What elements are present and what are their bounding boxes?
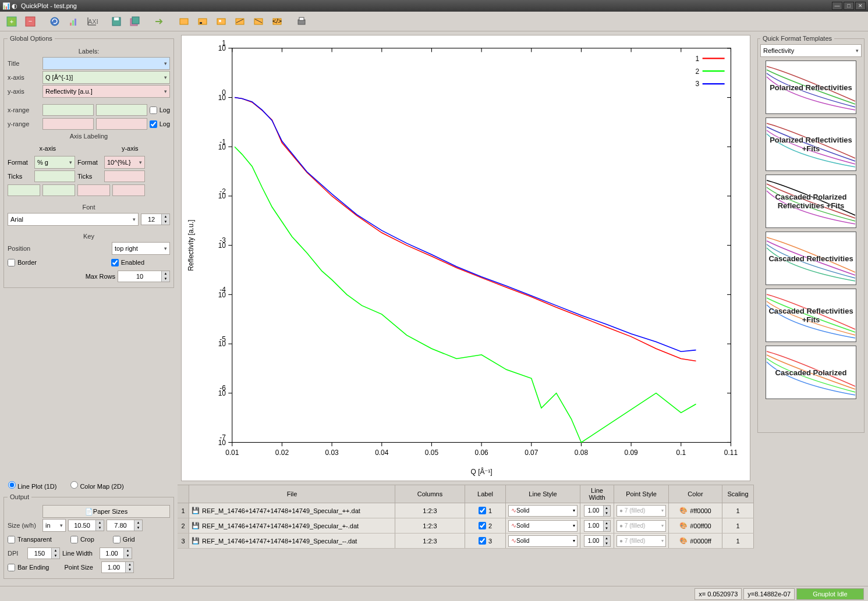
fontsize-spinner[interactable]: ▲▼ [141, 214, 170, 225]
toolbar-save-icon[interactable] [108, 13, 125, 30]
scaling-cell[interactable]: 1 [722, 503, 754, 518]
grid-checkbox[interactable] [113, 536, 121, 543]
svg-text:2: 2 [696, 67, 700, 76]
template-cascaded-polarized[interactable]: Cascaded Polarized [766, 346, 856, 399]
plot-area[interactable]: 0.010.020.030.040.050.060.070.080.090.10… [181, 35, 750, 481]
line-style-combo[interactable]: ∿ Solid [508, 520, 578, 532]
template-category-combo[interactable]: Reflectivity [760, 44, 862, 57]
format-x-combo[interactable]: % g [34, 156, 75, 169]
columns-cell[interactable]: 1:2:3 [395, 503, 465, 518]
line-width-spinner[interactable]: ▲▼ [584, 505, 611, 517]
toolbar-add-icon[interactable]: + [3, 13, 20, 30]
pointsize-label: Point Size [64, 564, 99, 571]
global-options-group: Global Options Labels: Title x-axis Q [Å… [3, 35, 174, 288]
template-cascaded-reflectivities-fits[interactable]: Cascaded Reflectivities +Fits [766, 289, 856, 342]
point-style-combo[interactable]: ● 7 (filled) [617, 505, 666, 517]
xaxis-combo[interactable]: Q [Å^{-1}] [42, 71, 170, 84]
point-style-combo[interactable]: ● 7 (filled) [617, 535, 666, 547]
title-label: Title [8, 60, 40, 67]
table-row[interactable]: 1 💾 REF_M_14746+14747+14748+14749_Specul… [178, 503, 754, 518]
toolbar-print-icon[interactable] [293, 13, 310, 30]
template-cascaded-polarized-reflectivities-fits[interactable]: Cascaded Polarized Reflectivities +Fits [766, 175, 856, 228]
table-row[interactable]: 2 💾 REF_M_14746+14747+14748+14749_Specul… [178, 518, 754, 534]
toolbar-saveall-icon[interactable] [127, 13, 143, 30]
ticks-x-input[interactable] [34, 170, 75, 182]
template-polarized-reflectivities[interactable]: Polarized Reflectivities [766, 61, 856, 114]
minimize-button[interactable]: — [832, 2, 842, 10]
yrange-max-input[interactable] [96, 118, 147, 130]
xtick-extra2[interactable] [42, 184, 75, 196]
toolbar-image1-icon[interactable] [176, 13, 192, 30]
quick-format-templates-group: Quick Format Templates Reflectivity Pola… [757, 35, 865, 433]
pointsize-spinner[interactable]: ▲▼ [101, 561, 134, 573]
label-checkbox[interactable] [479, 522, 486, 529]
data-table-header: File Columns Label Line Style Line Width… [178, 485, 754, 503]
yaxis-combo[interactable]: Reflectivity [a.u.] [42, 85, 170, 98]
svg-text:-7: -7 [219, 433, 226, 442]
template-polarized-reflectivities-fits[interactable]: Polarized Reflectivities +Fits [766, 118, 856, 171]
label-checkbox[interactable] [479, 507, 486, 514]
toolbar-image3-icon[interactable] [213, 13, 229, 30]
toolbar-export-icon[interactable] [151, 13, 168, 30]
label-checkbox[interactable] [479, 537, 486, 545]
line-width-spinner[interactable]: ▲▼ [584, 535, 611, 547]
color-map-radio[interactable]: Color Map (2D) [70, 481, 123, 490]
svg-text:−: − [29, 17, 32, 24]
xrange-label: x-range [8, 106, 40, 113]
toolbar-remove-icon[interactable]: − [22, 13, 38, 30]
toolbar-axes-icon[interactable]: AXES [84, 13, 100, 30]
close-button[interactable]: ✕ [855, 2, 866, 10]
line-style-combo[interactable]: ∿ Solid [508, 535, 578, 547]
toolbar-refresh-icon[interactable] [47, 13, 63, 30]
paper-sizes-button[interactable]: 📄 Paper Sizes [42, 505, 170, 518]
ticks-y-input[interactable] [104, 170, 145, 182]
transparent-checkbox[interactable] [8, 536, 15, 543]
template-cascaded-reflectivities[interactable]: Cascaded Reflectivities [766, 232, 856, 285]
toolbar-image6-icon[interactable]: </> [269, 13, 285, 30]
ylog-checkbox[interactable] [150, 120, 157, 128]
columns-cell[interactable]: 1:2:3 [395, 518, 465, 533]
line-style-combo[interactable]: ∿ Solid [508, 505, 578, 517]
dpi-spinner[interactable]: ▲▼ [27, 547, 60, 559]
toolbar-image2-icon[interactable] [194, 13, 211, 30]
linewidth-spinner[interactable]: ▲▼ [100, 547, 132, 559]
barending-checkbox[interactable] [8, 564, 15, 571]
line-width-spinner[interactable]: ▲▼ [584, 520, 611, 532]
title-combo[interactable] [42, 57, 170, 70]
color-picker-icon[interactable]: 🎨 [679, 537, 688, 545]
ytick-extra2[interactable] [112, 184, 145, 196]
toolbar-image4-icon[interactable] [232, 13, 248, 30]
color-picker-icon[interactable]: 🎨 [679, 522, 688, 529]
color-value: #ff0000 [690, 507, 711, 514]
svg-point-19 [219, 20, 221, 22]
font-combo[interactable]: Arial [8, 213, 139, 226]
xlog-checkbox[interactable] [150, 106, 157, 114]
maximize-button[interactable]: □ [844, 2, 854, 10]
xtick-extra1[interactable] [8, 184, 40, 196]
columns-cell[interactable]: 1:2:3 [395, 534, 465, 548]
border-checkbox[interactable] [8, 259, 15, 266]
size-h-spinner[interactable]: ▲▼ [107, 520, 143, 531]
maxrows-spinner[interactable]: ▲▼ [118, 271, 170, 282]
crop-label: Crop [80, 536, 94, 543]
enabled-checkbox[interactable] [111, 259, 119, 266]
toolbar-chart-icon[interactable] [65, 13, 82, 30]
size-w-spinner[interactable]: ▲▼ [68, 520, 104, 531]
point-style-combo[interactable]: ● 7 (filled) [617, 520, 666, 532]
crop-checkbox[interactable] [70, 536, 78, 543]
label-text: 2 [488, 522, 492, 529]
table-row[interactable]: 3 💾 REF_M_14746+14747+14748+14749_Specul… [178, 534, 754, 549]
xrange-max-input[interactable] [96, 104, 147, 116]
line-plot-radio[interactable]: Line Plot (1D) [8, 481, 56, 490]
toolbar-image5-icon[interactable] [250, 13, 267, 30]
yrange-min-input[interactable] [42, 118, 94, 130]
scaling-cell[interactable]: 1 [722, 518, 754, 533]
position-combo[interactable]: top right [112, 242, 170, 255]
scaling-cell[interactable]: 1 [722, 534, 754, 548]
format-y-combo[interactable]: 10^{%L} [104, 156, 145, 169]
size-unit-combo[interactable]: in [42, 519, 66, 532]
xrange-min-input[interactable] [42, 104, 94, 116]
dpi-label: DPI [8, 550, 25, 557]
color-picker-icon[interactable]: 🎨 [679, 507, 688, 514]
ytick-extra1[interactable] [77, 184, 110, 196]
